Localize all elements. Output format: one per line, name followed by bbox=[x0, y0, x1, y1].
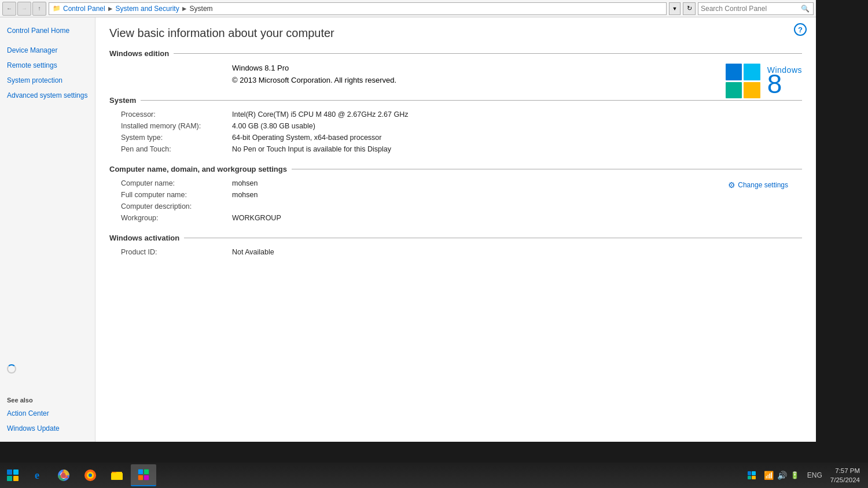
system-type-label: System type: bbox=[121, 134, 225, 142]
start-tile-4 bbox=[13, 476, 19, 481]
taskbar-explorer-btn[interactable] bbox=[104, 464, 130, 486]
back-button[interactable]: ← bbox=[2, 2, 16, 16]
sidebar-item-control-panel-home[interactable]: Control Panel Home bbox=[0, 23, 95, 38]
tray-network-icon[interactable]: 📶 bbox=[764, 471, 774, 480]
tray-win-t3 bbox=[748, 476, 752, 480]
breadcrumb-bar: 📁 Control Panel ► System and Security ► … bbox=[49, 2, 667, 15]
tray-icons: 📶 🔊 🔋 bbox=[760, 471, 803, 480]
os-name: Windows 8.1 Pro bbox=[232, 64, 802, 72]
start-tile-2 bbox=[13, 469, 19, 475]
clock[interactable]: 7:57 PM 7/25/2024 bbox=[827, 466, 863, 485]
control-panel-window: ← → ↑ 📁 Control Panel ► System and Secur… bbox=[0, 0, 816, 442]
computer-name-label: Computer name: bbox=[121, 179, 225, 187]
see-also-label: See also bbox=[0, 390, 95, 406]
section-line-activation bbox=[184, 238, 802, 238]
change-settings-link[interactable]: ⚙ Change settings bbox=[728, 180, 793, 190]
taskbar-edge-btn[interactable]: e bbox=[24, 464, 50, 486]
computer-name-section-title: Computer name, domain, and workgroup set… bbox=[109, 165, 292, 173]
start-logo bbox=[7, 469, 19, 481]
sidebar-item-system-protection[interactable]: System protection bbox=[0, 73, 95, 88]
breadcrumb-control-panel[interactable]: Control Panel bbox=[63, 5, 105, 13]
win-tile-4 bbox=[744, 82, 760, 99]
computer-name-value: mohsen bbox=[232, 179, 281, 187]
tray-battery-icon[interactable]: 🔋 bbox=[790, 471, 799, 479]
ram-value: 4.00 GB (3.80 GB usable) bbox=[232, 122, 802, 130]
product-id-label: Product ID: bbox=[121, 248, 225, 256]
taskbar: e bbox=[0, 463, 868, 488]
workgroup-label: Workgroup: bbox=[121, 214, 225, 222]
product-id-value: Not Available bbox=[232, 248, 802, 256]
sidebar-item-windows-update[interactable]: Windows Update bbox=[0, 421, 95, 436]
change-settings-area: ⚙ Change settings bbox=[728, 179, 802, 190]
loading-indicator bbox=[0, 360, 95, 378]
win-tile-3 bbox=[726, 82, 742, 99]
taskbar-control-panel-btn[interactable] bbox=[131, 464, 156, 486]
windows-number: 8 bbox=[767, 72, 802, 96]
edition-info: Windows 8.1 Pro © 2013 Microsoft Corpora… bbox=[109, 64, 802, 84]
sidebar-item-advanced-settings[interactable]: Advanced system settings bbox=[0, 88, 95, 103]
edition-section-title: Windows edition bbox=[109, 49, 174, 58]
taskbar-firefox-btn[interactable] bbox=[78, 464, 103, 486]
edge-icon: e bbox=[35, 469, 39, 482]
search-icon[interactable]: 🔍 bbox=[799, 3, 811, 14]
breadcrumb-sep1: ► bbox=[107, 5, 114, 13]
refresh-button[interactable]: ↻ bbox=[683, 2, 696, 15]
full-computer-name-value: mohsen bbox=[232, 191, 281, 199]
page-title: View basic information about your comput… bbox=[109, 27, 802, 40]
svg-point-5 bbox=[89, 474, 92, 477]
search-box: 🔍 bbox=[698, 2, 814, 15]
win-tile-1 bbox=[726, 64, 742, 80]
clock-time: 7:57 PM bbox=[830, 466, 860, 475]
svg-rect-12 bbox=[144, 475, 149, 480]
forward-button[interactable]: → bbox=[17, 2, 31, 16]
svg-rect-8 bbox=[111, 473, 123, 480]
section-header-edition: Windows edition bbox=[109, 49, 802, 58]
start-tile-3 bbox=[7, 476, 12, 481]
svg-rect-11 bbox=[138, 475, 143, 480]
address-bar: ← → ↑ 📁 Control Panel ► System and Secur… bbox=[0, 0, 816, 17]
sidebar-item-action-center[interactable]: Action Center bbox=[0, 406, 95, 421]
computer-name-section: Computer name, domain, and workgroup set… bbox=[109, 165, 802, 222]
win-tile-2 bbox=[744, 64, 760, 80]
svg-rect-10 bbox=[144, 469, 149, 474]
windows-logo-grid bbox=[726, 64, 760, 98]
address-dropdown[interactable]: ▼ bbox=[669, 2, 681, 15]
tray-win-t4 bbox=[752, 476, 756, 480]
start-button[interactable] bbox=[2, 465, 23, 486]
tray-sound-icon[interactable]: 🔊 bbox=[777, 471, 787, 480]
right-dark-area bbox=[816, 0, 868, 411]
activation-section-title: Windows activation bbox=[109, 234, 184, 242]
clock-date: 7/25/2024 bbox=[830, 475, 860, 485]
tray-win-t2 bbox=[752, 471, 756, 475]
section-header-computer-name: Computer name, domain, and workgroup set… bbox=[109, 165, 802, 173]
sidebar: Control Panel Home Device Manager Remote… bbox=[0, 17, 95, 442]
windows-logo-area: Windows 8 bbox=[726, 64, 802, 98]
windows-edition-section: Windows edition Windows 8.1 Pro © 2013 M… bbox=[109, 49, 802, 84]
system-section-title: System bbox=[109, 96, 141, 105]
section-line-computer-name bbox=[292, 169, 802, 169]
breadcrumb-sep2: ► bbox=[181, 5, 188, 13]
system-type-value: 64-bit Operating System, x64-based proce… bbox=[232, 134, 802, 142]
processor-label: Processor: bbox=[121, 110, 225, 119]
search-input[interactable] bbox=[701, 5, 799, 13]
gear-icon-small: ⚙ bbox=[728, 180, 735, 190]
computer-name-grid: Computer name: mohsen Full computer name… bbox=[109, 179, 281, 222]
help-icon[interactable]: ? bbox=[794, 23, 807, 36]
computer-desc-label: Computer description: bbox=[121, 202, 225, 210]
section-line-system bbox=[141, 100, 802, 101]
sidebar-item-remote-settings[interactable]: Remote settings bbox=[0, 58, 95, 73]
chrome-icon bbox=[57, 468, 71, 482]
workgroup-value: WORKGROUP bbox=[232, 214, 281, 222]
taskbar-chrome-btn[interactable] bbox=[51, 464, 76, 486]
windows-logo-text-area: Windows 8 bbox=[767, 65, 802, 96]
pen-touch-value: No Pen or Touch Input is available for t… bbox=[232, 145, 802, 153]
sidebar-item-device-manager[interactable]: Device Manager bbox=[0, 43, 95, 58]
activation-info: Product ID: Not Available bbox=[109, 248, 802, 256]
breadcrumb-system-security[interactable]: System and Security bbox=[116, 5, 179, 13]
ram-label: Installed memory (RAM): bbox=[121, 122, 225, 130]
language-indicator[interactable]: ENG bbox=[805, 471, 825, 479]
computer-desc-value bbox=[232, 202, 281, 210]
copyright: © 2013 Microsoft Corporation. All rights… bbox=[232, 76, 802, 84]
up-button[interactable]: ↑ bbox=[32, 2, 46, 16]
firefox-icon bbox=[83, 468, 97, 482]
